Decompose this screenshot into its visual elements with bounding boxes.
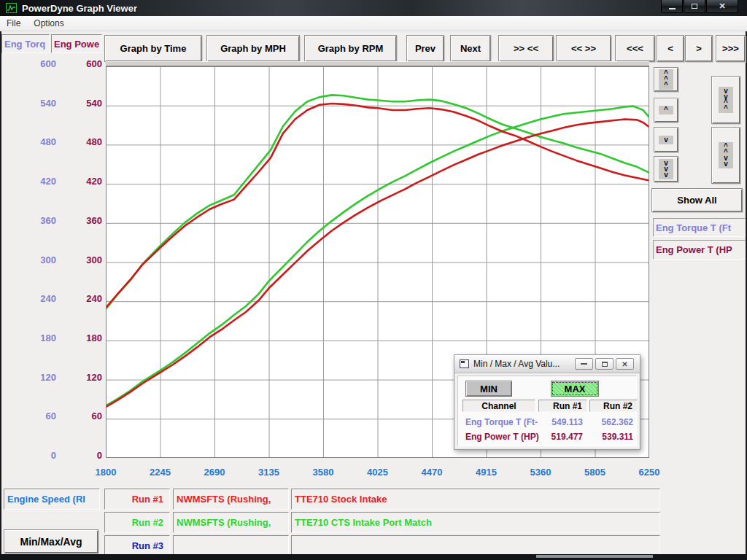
max-button[interactable]: MAX: [551, 381, 599, 397]
legend-operator-row1: NWMSFTS (Rushing,: [173, 489, 289, 510]
row-power-run2: 539.311: [589, 432, 633, 442]
channel-torque-selector[interactable]: Eng Torq: [1, 34, 50, 53]
power-channel-label: Eng Power T (HP: [653, 240, 746, 260]
legend-run-note-row3: [291, 535, 660, 556]
toolbar-button-[interactable]: <<<: [615, 35, 655, 62]
x-tick-2245: 2245: [137, 467, 184, 478]
toolbar-button-[interactable]: >: [685, 35, 713, 62]
x-tick-4470: 4470: [409, 467, 455, 478]
y-tick-torque-480: 480: [12, 136, 56, 147]
y-tick-power-0: 0: [58, 450, 102, 461]
chevron-icon: vvv: [659, 159, 673, 179]
legend-run-label-row3: Run #3: [104, 535, 170, 556]
y-tick-torque-360: 360: [12, 215, 56, 226]
x-tick-5360: 5360: [517, 467, 564, 478]
x-tick-4915: 4915: [463, 467, 510, 478]
y-tick-torque-300: 300: [12, 254, 56, 265]
scroll-up-fast-button[interactable]: ^^^: [654, 67, 678, 92]
y-tick-torque-60: 60: [12, 411, 56, 421]
y-tick-torque-600: 600: [12, 58, 56, 69]
chevron-icon: ^^^: [659, 69, 673, 90]
row-torque-run1: 549.113: [538, 417, 583, 427]
toolbar-button-[interactable]: << >>: [556, 35, 611, 62]
menu-file[interactable]: File: [0, 17, 27, 30]
chevron-icon: vv^^: [719, 87, 733, 113]
row-torque-run2: 562.362: [589, 417, 633, 427]
legend-run-label-row1: Run #1: [104, 489, 170, 510]
x-tick-3135: 3135: [246, 467, 293, 478]
zoom-in-vertical-button[interactable]: vv^^: [711, 76, 740, 124]
form-icon: [460, 359, 469, 368]
menu-options[interactable]: Options: [27, 17, 70, 30]
app-icon: [6, 3, 17, 13]
y-tick-power-540: 540: [58, 98, 102, 109]
minmax-close-button[interactable]: ✕: [616, 358, 634, 370]
y-tick-torque-180: 180: [12, 332, 56, 343]
toolbar-button-prev[interactable]: Prev: [406, 35, 444, 62]
y-tick-power-600: 600: [58, 58, 102, 69]
y-tick-torque-540: 540: [12, 98, 56, 109]
scroll-up-button[interactable]: ^: [654, 98, 678, 122]
minimize-icon: [669, 8, 676, 9]
channel-power-selector[interactable]: Eng Powe: [51, 34, 102, 53]
toolbar-button-[interactable]: >>>: [716, 35, 746, 62]
minmax-window-titlebar[interactable]: Min / Max / Avg Valu... ✕: [454, 355, 640, 373]
column-header-run1: Run #1: [538, 400, 587, 412]
legend-operator-row3: [173, 535, 289, 556]
min-button[interactable]: MIN: [465, 381, 512, 397]
window-close-button[interactable]: ✕: [706, 0, 738, 13]
window-title: PowerDyne Graph Viewer: [22, 3, 137, 14]
minmax-restore-button[interactable]: [595, 358, 614, 370]
y-tick-torque-120: 120: [12, 372, 56, 383]
window-maximize-button[interactable]: [684, 0, 705, 13]
y-tick-torque-0: 0: [12, 450, 56, 461]
window-minimize-button[interactable]: [661, 0, 683, 13]
y-tick-torque-420: 420: [12, 176, 56, 187]
scroll-down-button[interactable]: v: [654, 127, 678, 152]
x-tick-3580: 3580: [300, 467, 347, 478]
show-all-button[interactable]: Show All: [651, 188, 743, 212]
toolbar-button-graph-by-mph[interactable]: Graph by MPH: [206, 35, 300, 62]
minmaxavg-button[interactable]: Min/Max/Avg: [4, 529, 98, 553]
title-bar[interactable]: PowerDyne Graph Viewer ✕: [0, 0, 747, 16]
plot-horizontal-scrollbar[interactable]: [106, 61, 649, 66]
app-window: PowerDyne Graph Viewer ✕ File Options En…: [0, 0, 747, 560]
x-tick-1800: 1800: [82, 467, 129, 478]
y-tick-power-360: 360: [58, 215, 102, 226]
minmax-window-body: MIN MAX Channel Run #1 Run #2 Eng Torque…: [457, 376, 637, 446]
menu-bar: File Options: [0, 16, 747, 31]
toolbar-button-next[interactable]: Next: [450, 35, 491, 62]
chevron-icon: ^: [659, 106, 673, 114]
resize-grip: [536, 555, 653, 558]
y-tick-power-300: 300: [58, 254, 102, 265]
chevron-icon: v: [659, 136, 673, 144]
legend-run-note-row1: TTE710 Stock Intake: [291, 489, 660, 510]
y-tick-power-60: 60: [58, 411, 102, 421]
y-tick-torque-240: 240: [12, 293, 56, 304]
legend-run-note-row2: TTE710 CTS Intake Port Match: [291, 512, 660, 533]
x-tick-6250: 6250: [626, 467, 673, 478]
torque-channel-label: Eng Torque T (Ft: [653, 218, 746, 237]
scroll-down-fast-button[interactable]: vvv: [654, 156, 678, 182]
minmax-window-title: Min / Max / Avg Valu...: [473, 359, 560, 369]
column-header-run2: Run #2: [589, 400, 638, 412]
maximize-icon: [692, 4, 697, 9]
minmax-window: Min / Max / Avg Valu... ✕ MIN MAX Channe…: [454, 354, 640, 450]
zoom-out-vertical-button[interactable]: ^^vv: [711, 127, 740, 184]
window-bottom-frame: [0, 554, 747, 560]
y-tick-power-240: 240: [58, 293, 102, 304]
close-icon: ✕: [622, 360, 627, 368]
restore-icon: [602, 362, 608, 367]
y-tick-power-180: 180: [58, 332, 102, 343]
row-power-run1: 519.477: [538, 432, 583, 442]
minmax-minimize-button[interactable]: [575, 358, 593, 370]
toolbar-button-[interactable]: >> <<: [498, 35, 554, 62]
column-header-channel: Channel: [462, 400, 535, 412]
row-power-channel: Eng Power T (HP): [465, 432, 539, 442]
legend-operator-row2: NWMSFTS (Rushing,: [173, 512, 289, 533]
row-torque-channel: Eng Torque T (Ft-: [465, 417, 538, 427]
legend-run-label-row2: Run #2: [104, 512, 170, 533]
toolbar-button-graph-by-rpm[interactable]: Graph by RPM: [304, 35, 397, 62]
toolbar-button-[interactable]: <: [657, 35, 684, 62]
toolbar-button-graph-by-time[interactable]: Graph by Time: [104, 35, 202, 62]
